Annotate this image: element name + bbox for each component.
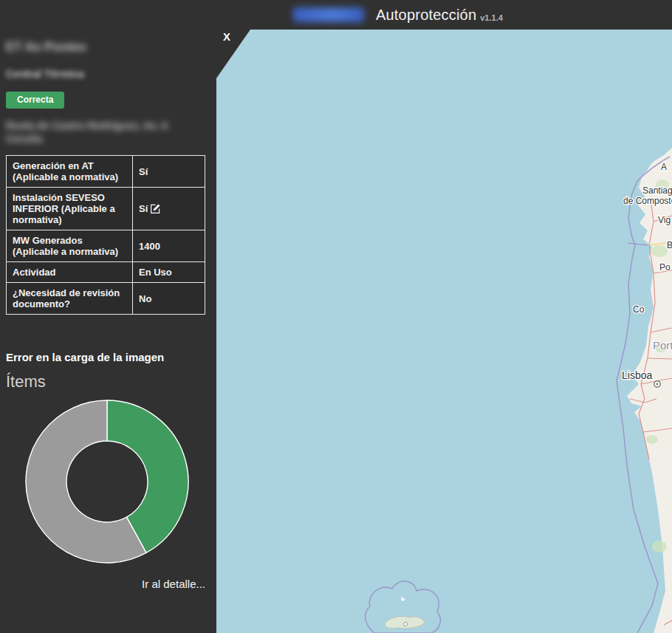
map-place-label: B (667, 240, 672, 250)
detail-sidebar: ET As Pontes Central Térmica Correcta Ru… (0, 30, 216, 633)
map-place-label: A (661, 162, 667, 172)
attribute-row: MW Generados (Aplicable a normativa)1400 (7, 230, 205, 262)
go-to-detail-link[interactable]: Ir al detalle... (6, 578, 205, 590)
attribute-value: No (133, 283, 205, 315)
facility-name-redacted: ET As Pontes (6, 40, 210, 55)
attribute-row: Generación en AT (Aplicable a normativa)… (7, 156, 205, 188)
app-header: Autoprotección v1.1.4 (0, 0, 672, 30)
image-load-error-text: Error en la carga de la imagen (6, 351, 210, 363)
map-place-label: de Compostela (623, 196, 672, 206)
app-logo-blurred (293, 7, 364, 22)
attribute-value: En Uso (133, 262, 205, 283)
map-close-button[interactable]: X (223, 30, 230, 43)
attribute-value: Sí (133, 188, 205, 230)
attribute-label: Actividad (7, 262, 133, 283)
items-heading: Ítems (6, 372, 210, 391)
attribute-label: MW Generados (Aplicable a normativa) (7, 230, 133, 262)
attribute-row: Instalación SEVESO INFERIOR (Aplicable a… (7, 188, 205, 230)
attribute-row: ActividadEn Uso (7, 262, 205, 283)
facility-address-redacted: Ruela de Castro Rodríguez, Av. A Coruña (6, 119, 199, 146)
attributes-table: Generación en AT (Aplicable a normativa)… (6, 155, 205, 315)
status-badge: Correcta (6, 92, 64, 109)
facility-type-redacted: Central Térmica (6, 68, 210, 80)
map-place-label: Po (659, 262, 671, 273)
attribute-label: Instalación SEVESO INFERIOR (Aplicable a… (7, 188, 133, 230)
map-view[interactable]: ASantiagode CompostelaVigBPoCoPortLisboa… (216, 30, 672, 633)
attribute-row: ¿Necesidad de revisión documento?No (7, 283, 205, 315)
attribute-label: Generación en AT (Aplicable a normativa) (7, 156, 133, 188)
map-ocean (216, 30, 672, 633)
edit-icon[interactable] (151, 204, 160, 213)
app-title: Autoprotección (376, 7, 476, 24)
map-place-label: Lisboa (622, 369, 652, 381)
map-place-label: Co (633, 304, 645, 315)
map-place-label: Port (653, 339, 672, 352)
map-place-label: Santiago (642, 185, 672, 196)
city-marker-lisboa (654, 381, 660, 387)
attribute-value: 1400 (133, 230, 205, 262)
app-version: v1.1.4 (480, 8, 503, 22)
attribute-label: ¿Necesidad de revisión documento? (7, 283, 133, 315)
items-donut-chart (24, 399, 190, 564)
attribute-value: Sí (133, 156, 205, 188)
map-place-label: Vig (658, 215, 671, 225)
